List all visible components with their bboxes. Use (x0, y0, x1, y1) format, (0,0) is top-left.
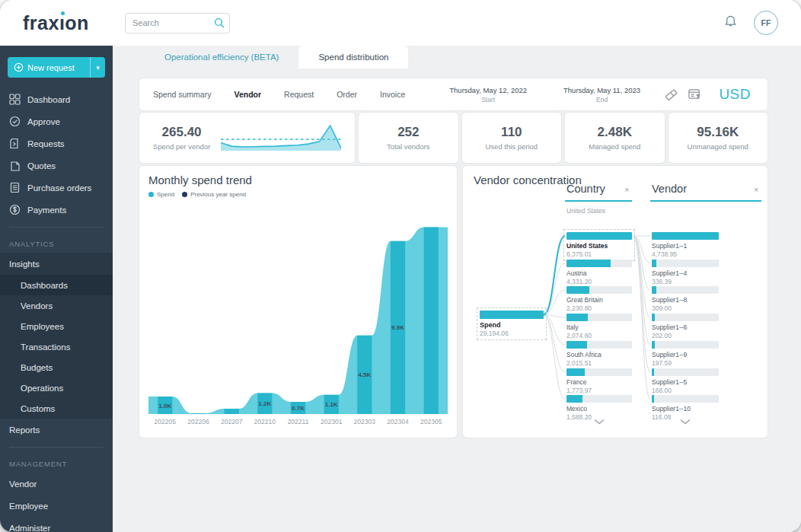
kpi-text: 252Total vendors (387, 125, 430, 151)
user-avatar[interactable]: FF (754, 11, 778, 35)
sidebar-item-insights[interactable]: Insights (0, 253, 113, 275)
close-icon[interactable]: × (624, 185, 629, 194)
sidebar-item-payments[interactable]: Payments (0, 199, 113, 221)
tree-node-label: Supplier1--4 (652, 269, 719, 277)
sidebar-item-transactions[interactable]: Transactions (0, 336, 113, 357)
tree-node-label: Supplier1--10 (652, 405, 719, 413)
tab-operational-efficiency-beta[interactable]: Operational efficiency (BETA) (145, 46, 298, 68)
main-content: Operational efficiency (BETA)Spend distr… (113, 46, 801, 532)
sidebar-item-budgets[interactable]: Budgets (0, 357, 113, 377)
chevron-down-icon[interactable] (593, 419, 605, 425)
notifications-bell-icon[interactable] (723, 14, 739, 33)
plus-circle-icon (14, 62, 24, 72)
sidebar-item-quotes[interactable]: Quotes (0, 155, 113, 177)
kpi-card-total-vendors: 252Total vendors (359, 113, 458, 163)
tree-node-france[interactable]: France1,773.97 (566, 368, 632, 394)
tab-bar: Operational efficiency (BETA)Spend distr… (113, 46, 801, 68)
tree-node-mexico[interactable]: Mexico1,588.20 (566, 395, 632, 421)
kpi-value: 265.40 (153, 125, 211, 140)
tab-spend-distribution[interactable]: Spend distribution (298, 46, 408, 68)
svg-text:202301: 202301 (321, 418, 343, 425)
sidebar-item-dashboard[interactable]: Dashboard (0, 88, 113, 110)
tree-node-label: Supplier1--1 (652, 242, 719, 250)
tree-node-value: 2,230.80 (566, 304, 632, 312)
view-spend-summary[interactable]: Spend summary (153, 90, 211, 99)
svg-text:0.7K: 0.7K (292, 405, 305, 412)
svg-text:1.2K: 1.2K (258, 400, 271, 407)
tree-node-bar-track (652, 341, 719, 349)
tree-node-supplier1-5[interactable]: Supplier1--5168.00 (652, 368, 719, 394)
view-vendor[interactable]: Vendor (234, 90, 261, 99)
new-request-button[interactable]: New request (8, 57, 90, 78)
view-request[interactable]: Request (284, 90, 314, 99)
sidebar-item-dashboards[interactable]: Dashboards (0, 275, 113, 295)
view-order[interactable]: Order (337, 90, 357, 99)
tree-node-supplier1-9[interactable]: Supplier1--9197.59 (652, 341, 719, 367)
tree-node-value: 336.39 (652, 278, 719, 285)
tree-node-great-britain[interactable]: Great Britain2,230.80 (566, 286, 632, 312)
kpi-text: 95.16KUnmanaged spend (688, 125, 748, 151)
tree-node-bar-fill (652, 260, 656, 267)
view-invoice[interactable]: Invoice (380, 90, 405, 99)
new-request-dropdown[interactable]: ▾ (90, 57, 105, 78)
close-icon[interactable]: × (754, 185, 758, 194)
svg-text:9.9K: 9.9K (391, 324, 404, 331)
search-box (125, 13, 230, 33)
trend-area-chart[interactable]: 1.0K1.2K0.7K1.1K4.5K9.9K2022052022062022… (148, 198, 448, 431)
kpi-sparkline (221, 119, 341, 157)
tree-node-label: Supplier1--5 (652, 378, 719, 386)
filter-report-icon[interactable] (688, 88, 702, 101)
tree-node-label: Italy (566, 323, 632, 331)
sidebar-item-operations[interactable]: Operations (0, 377, 113, 398)
request-doc-icon (9, 138, 21, 149)
tree-node-bar-track (566, 260, 632, 267)
legend-item-previous-year-spend[interactable]: Previous year spend (182, 191, 246, 198)
tree-node-supplier1-10[interactable]: Supplier1--10116.08 (652, 395, 719, 421)
tree-node-supplier1-6[interactable]: Supplier1--6202.00 (652, 314, 719, 339)
tree-node-italy[interactable]: Italy2,074.60 (566, 314, 632, 339)
sidebar-item-approve[interactable]: Approve (0, 110, 113, 132)
tree-root-bar (480, 311, 544, 319)
sidebar-item-employee-management[interactable]: Employee (0, 495, 113, 517)
tree-node-supplier1-1[interactable]: Supplier1--14,738.95 (652, 232, 719, 258)
kpi-card-unmanaged-spend: 95.16KUnmanaged spend (669, 113, 767, 163)
sidebar-item-vendor-management[interactable]: Vendor (0, 473, 113, 495)
topbar-actions: FF (723, 11, 778, 35)
eraser-icon[interactable] (664, 88, 678, 101)
currency-selector[interactable]: USD (719, 86, 751, 103)
filter-actions (664, 88, 702, 101)
tree-header-underline (565, 200, 632, 202)
tree-level-header-country[interactable]: Country (566, 183, 605, 195)
sidebar-item-vendors[interactable]: Vendors (0, 295, 113, 316)
kpi-label: Managed spend (589, 142, 640, 151)
sidebar-item-customs[interactable]: Customs (0, 398, 113, 419)
sidebar-item-administer-management[interactable]: Administer (0, 517, 113, 532)
tree-node-label: United States (566, 242, 632, 250)
chevron-down-icon[interactable] (679, 419, 691, 425)
sidebar-item-purchase-orders[interactable]: Purchase orders (0, 177, 113, 199)
start-date-field[interactable]: Thursday, May 12, 2022 Start (449, 86, 527, 104)
tree-node-supplier1-8[interactable]: Supplier1--8309.00 (652, 286, 719, 312)
start-date-label: Start (449, 96, 527, 104)
tree-node-value: 2,074.60 (566, 332, 632, 339)
sidebar-item-employees[interactable]: Employees (0, 316, 113, 336)
sidebar-divider (9, 447, 104, 448)
end-date-field[interactable]: Thursday, May 11, 2023 End (563, 86, 640, 104)
tree-chart-title: Vendor concentration (474, 174, 582, 186)
legend-item-spend[interactable]: Spend (148, 191, 174, 198)
tree-node-united-states[interactable]: United States6,375.01 (566, 232, 632, 258)
tree-node-south-africa[interactable]: South Africa2,015.51 (566, 341, 632, 367)
brand-logo: fraxıon (23, 12, 113, 34)
tree-root-node-spend[interactable]: Spend29,194.06 (480, 311, 544, 337)
tree-node-bar-fill (566, 395, 582, 403)
tree-node-supplier1-4[interactable]: Supplier1--4336.39 (652, 260, 719, 285)
approve-check-icon (9, 116, 21, 127)
tree-node-bar-fill (652, 368, 654, 376)
tree-level-header-vendor[interactable]: Vendor (652, 183, 687, 195)
tree-node-bar-track (566, 232, 632, 240)
sidebar-item-reports[interactable]: Reports (0, 419, 113, 441)
tree-node-austria[interactable]: Austria4,331.20 (566, 260, 632, 285)
kpi-card-spend-per-vendor: 265.40Spend per vendor (139, 113, 355, 163)
sidebar-item-requests[interactable]: Requests (0, 132, 113, 155)
kpi-text: 110Used this period (486, 125, 538, 151)
